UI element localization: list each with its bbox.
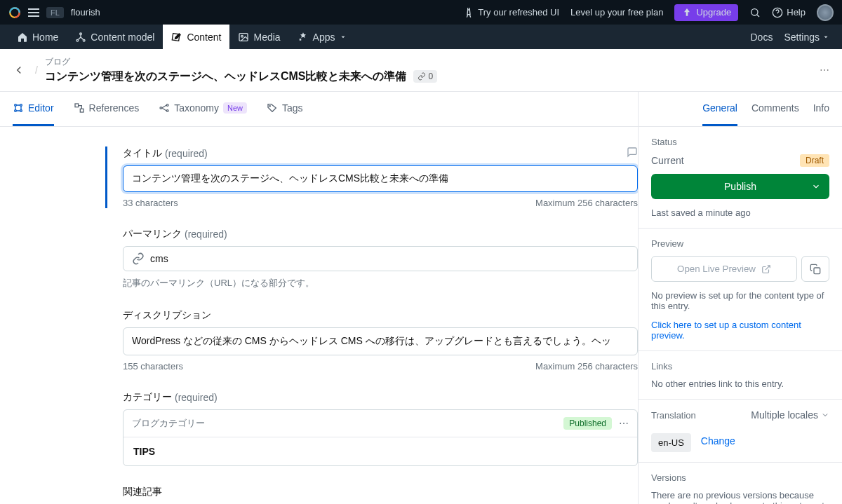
permalink-value: cms [150,253,168,264]
try-ui-link[interactable]: Try our refreshed UI [463,7,559,18]
chevron-down-icon [821,411,829,419]
title-max: Maximum 256 characters [535,198,638,208]
status-section: Status CurrentDraft Publish Last saved a… [639,127,842,229]
logo-icon [8,6,21,19]
category-ref-card[interactable]: ブログカテゴリー Published ⋯ TIPS [123,409,638,466]
top-bar: FL flourish Try our refreshed UI Level u… [0,0,842,25]
links-text: No other entries link to this entry. [651,379,829,389]
title-input[interactable] [123,165,638,192]
link-count-badge[interactable]: 0 [413,70,437,83]
tab-references[interactable]: References [74,92,140,126]
nav-apps[interactable]: Apps [289,25,355,49]
permalink-help: 記事のパーマリンク（URL）になる部分です。 [123,277,638,290]
svg-point-5 [83,39,86,41]
breadcrumb[interactable]: ブログ [45,56,437,68]
category-ref-type: ブログカテゴリー [132,417,205,430]
entry-more-icon[interactable]: ⋯ [820,64,829,76]
field-related: 関連記事 ⠿ 関連記事取得 Published ⋯ CMS [105,486,638,504]
nav-content-model[interactable]: Content model [67,25,163,49]
main-panel: Editor References TaxonomyNew Tags タイトル(… [0,92,639,504]
copy-icon [810,264,821,275]
tab-editor[interactable]: Editor [13,92,54,126]
field-permalink-label: パーマリンク [123,228,182,240]
main-nav: Home Content model Content Media Apps Do… [0,25,842,49]
page-title: コンテンツ管理を次のステージへ、ヘッドレスCMS比較と未来への準備 [45,69,407,84]
no-preview-text: No preview is set up for the content typ… [651,290,829,311]
search-icon[interactable] [749,7,761,18]
svg-rect-18 [814,268,820,274]
category-ref-title: TIPS [123,437,637,465]
field-description-label: ディスクリプション [123,309,211,322]
field-title: タイトル(required) 33 charactersMaximum 256 … [105,147,638,208]
svg-point-15 [167,104,169,107]
svg-point-11 [20,110,22,112]
svg-point-14 [160,107,162,109]
back-arrow-icon[interactable] [13,64,25,76]
svg-point-7 [241,35,243,37]
description-input[interactable]: WordPress などの従来の CMS からヘッドレス CMS への移行は、ア… [123,327,638,355]
space-code-badge: FL [46,7,64,18]
nav-settings[interactable]: Settings [784,32,829,43]
tab-taxonomy[interactable]: TaxonomyNew [159,92,247,126]
field-category-label: カテゴリー [123,391,172,404]
level-up-link[interactable]: Level up your free plan [570,7,663,18]
help-link[interactable]: Help [772,7,806,18]
space-name[interactable]: flourish [71,7,100,18]
svg-rect-12 [75,104,79,107]
preview-section: Preview Open Live Preview No preview is … [639,229,842,351]
chevron-down-icon [811,182,821,191]
copy-preview-button[interactable] [801,256,829,282]
translation-section: Translation Multiple locales en-US Chang… [639,400,842,463]
new-badge: New [223,102,247,114]
change-locale-link[interactable]: Change [701,435,735,447]
field-description: ディスクリプション WordPress などの従来の CMS からヘッドレス C… [105,309,638,372]
setup-preview-link[interactable]: Click here to set up a custom content pr… [651,320,829,341]
versions-section: Versions There are no previous versions … [639,463,842,504]
nav-docs[interactable]: Docs [751,32,773,43]
svg-point-10 [15,110,17,112]
avatar[interactable] [817,4,834,21]
versions-text: There are no previous versions because y… [651,490,829,504]
external-link-icon [761,264,771,274]
svg-point-8 [15,104,17,107]
title-char-count: 33 characters [123,198,178,208]
svg-point-9 [20,104,22,107]
svg-point-17 [269,106,270,107]
links-section: Links No other entries link to this entr… [639,351,842,400]
field-category: カテゴリー(required) ブログカテゴリー Published ⋯ TIP… [105,391,638,466]
field-title-label: タイトル [123,147,162,160]
menu-icon[interactable] [28,8,39,17]
tab-tags[interactable]: Tags [267,92,303,126]
svg-point-4 [76,39,79,41]
nav-content[interactable]: Content [163,25,229,49]
open-preview-button[interactable]: Open Live Preview [651,256,797,282]
locale-chip: en-US [651,433,691,452]
entry-tabs: Editor References TaxonomyNew Tags [0,92,638,127]
desc-max: Maximum 256 characters [535,361,638,372]
desc-char-count: 155 characters [123,361,183,372]
link-icon [132,252,145,265]
multiple-locales-button[interactable]: Multiple locales [751,409,829,421]
field-permalink: パーマリンク(required) cms 記事のパーマリンク（URL）になる部分… [105,228,638,290]
nav-home[interactable]: Home [8,25,67,49]
permalink-input-wrap[interactable]: cms [123,246,638,271]
draft-badge: Draft [800,154,829,167]
svg-point-1 [751,8,758,15]
svg-point-16 [167,110,169,112]
nav-media[interactable]: Media [229,25,288,49]
field-related-label: 関連記事 [123,486,162,498]
publish-button[interactable]: Publish [651,174,829,199]
svg-point-3 [80,33,82,35]
side-panel: General Comments Info Status CurrentDraf… [639,92,842,504]
side-tab-general[interactable]: General [702,92,737,126]
svg-rect-13 [80,109,83,112]
category-status-badge: Published [563,417,612,430]
entry-header: / ブログ コンテンツ管理を次のステージへ、ヘッドレスCMS比較と未来への準備 … [0,49,842,92]
side-tab-comments[interactable]: Comments [751,92,799,126]
upgrade-button[interactable]: Upgrade [674,4,738,21]
side-tab-info[interactable]: Info [813,92,829,126]
comment-icon[interactable] [627,147,638,160]
last-saved: Last saved a minute ago [651,207,829,218]
category-more-icon[interactable]: ⋯ [619,418,629,429]
